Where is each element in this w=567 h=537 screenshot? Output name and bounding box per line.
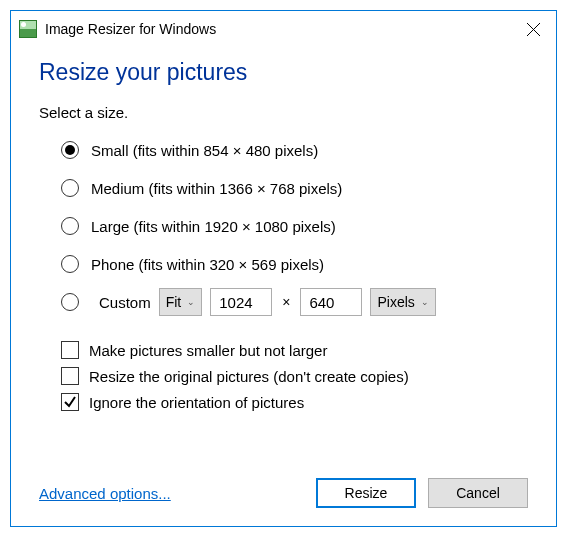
option-ignore-orientation[interactable]: Ignore the orientation of pictures (61, 393, 528, 411)
radio-medium-label: Medium (fits within 1366 × 768 pixels) (91, 180, 342, 197)
page-title: Resize your pictures (39, 59, 528, 86)
size-option-custom: Custom Fit ⌄ × Pixels ⌄ (61, 289, 528, 315)
option-resize-original[interactable]: Resize the original pictures (don't crea… (61, 367, 528, 385)
checkbox-smaller-only[interactable] (61, 341, 79, 359)
width-input[interactable] (210, 288, 272, 316)
dialog-window: Image Resizer for Windows Resize your pi… (10, 10, 557, 527)
radio-phone[interactable] (61, 255, 79, 273)
close-button[interactable] (518, 17, 548, 41)
radio-phone-label: Phone (fits within 320 × 569 pixels) (91, 256, 324, 273)
close-icon (527, 23, 540, 36)
options-group: Make pictures smaller but not larger Res… (39, 341, 528, 419)
dialog-content: Resize your pictures Select a size. Smal… (11, 45, 556, 526)
fit-mode-dropdown[interactable]: Fit ⌄ (159, 288, 203, 316)
radio-small-label: Small (fits within 854 × 480 pixels) (91, 142, 318, 159)
resize-button[interactable]: Resize (316, 478, 416, 508)
app-icon (19, 20, 37, 38)
dialog-footer: Advanced options... Resize Cancel (39, 478, 528, 508)
radio-large-label: Large (fits within 1920 × 1080 pixels) (91, 218, 336, 235)
option-smaller-only[interactable]: Make pictures smaller but not larger (61, 341, 528, 359)
advanced-options-link[interactable]: Advanced options... (39, 485, 171, 502)
chevron-down-icon: ⌄ (421, 297, 429, 307)
units-value: Pixels (377, 294, 414, 310)
chevron-down-icon: ⌄ (187, 297, 195, 307)
titlebar: Image Resizer for Windows (11, 11, 556, 45)
window-title: Image Resizer for Windows (45, 21, 518, 37)
instruction-text: Select a size. (39, 104, 528, 121)
checkbox-orientation-label: Ignore the orientation of pictures (89, 394, 304, 411)
checkbox-original-label: Resize the original pictures (don't crea… (89, 368, 409, 385)
size-option-medium[interactable]: Medium (fits within 1366 × 768 pixels) (61, 175, 528, 201)
checkbox-resize-original[interactable] (61, 367, 79, 385)
size-option-large[interactable]: Large (fits within 1920 × 1080 pixels) (61, 213, 528, 239)
radio-medium[interactable] (61, 179, 79, 197)
checkbox-smaller-label: Make pictures smaller but not larger (89, 342, 327, 359)
button-group: Resize Cancel (316, 478, 528, 508)
size-option-phone[interactable]: Phone (fits within 320 × 569 pixels) (61, 251, 528, 277)
units-dropdown[interactable]: Pixels ⌄ (370, 288, 435, 316)
radio-custom-label: Custom (99, 294, 151, 311)
checkbox-ignore-orientation[interactable] (61, 393, 79, 411)
times-symbol: × (282, 294, 290, 310)
size-options-group: Small (fits within 854 × 480 pixels) Med… (39, 137, 528, 327)
size-option-small[interactable]: Small (fits within 854 × 480 pixels) (61, 137, 528, 163)
radio-large[interactable] (61, 217, 79, 235)
height-input[interactable] (300, 288, 362, 316)
radio-small[interactable] (61, 141, 79, 159)
fit-mode-value: Fit (166, 294, 182, 310)
radio-custom[interactable] (61, 293, 79, 311)
cancel-button[interactable]: Cancel (428, 478, 528, 508)
